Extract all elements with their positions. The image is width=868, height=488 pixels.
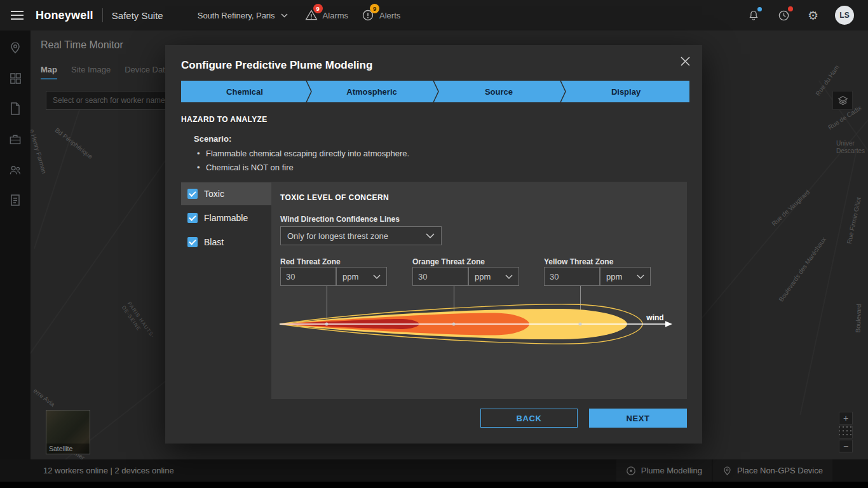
site-selector-label: South Refinery, Paris (198, 11, 275, 20)
site-selector[interactable]: South Refinery, Paris (198, 11, 288, 20)
topbar: Honeywell Safety Suite South Refinery, P… (0, 0, 868, 30)
wizard-steps: Chemical Atmospheric Source Display (181, 81, 689, 102)
chevron-down-icon (637, 274, 644, 279)
alert-circle-icon: 9 (361, 8, 375, 22)
red-zone-unit: ppm (342, 272, 358, 281)
toxic-checkbox[interactable] (187, 189, 198, 199)
plume-modeling-dialog: Configure Predictive Plume Modeling Chem… (165, 45, 702, 444)
step-atmospheric[interactable]: Atmospheric (308, 81, 435, 102)
topbar-right: ⚙ LS (747, 6, 854, 25)
hazard-label: Flammable (204, 213, 248, 223)
alarms-label: Alarms (323, 11, 348, 20)
plume-diagram: wind (271, 295, 687, 358)
back-button[interactable]: BACK (480, 409, 578, 428)
alerts-button[interactable]: 9 Alerts (361, 8, 400, 22)
step-source[interactable]: Source (435, 81, 562, 102)
yellow-zone-marker-dot (579, 323, 582, 326)
clock-alert-dot (788, 6, 793, 11)
notification-dot (757, 7, 762, 11)
alarms-count-badge: 9 (313, 4, 323, 13)
dialog-title: Configure Predictive Plume Modeling (181, 59, 372, 72)
red-zone-value-input[interactable] (280, 267, 336, 286)
toxic-level-panel: TOXIC LEVEL OF CONCERN Wind Direction Co… (271, 182, 687, 399)
yellow-zone-label: Yellow Threat Zone (544, 257, 613, 266)
orange-zone-value-input[interactable] (412, 267, 468, 286)
hazard-item-toxic[interactable]: Toxic (181, 182, 271, 205)
alarms-button[interactable]: 9 Alarms (304, 8, 348, 22)
orange-zone-unit-select[interactable]: ppm (468, 267, 519, 286)
avatar[interactable]: LS (835, 6, 854, 25)
wind-arrow-label: wind (646, 313, 663, 322)
scenario-label: Scenario: (194, 134, 231, 144)
close-icon[interactable] (677, 53, 693, 69)
chevron-down-icon (281, 13, 288, 18)
scenario-bullet: Flammable chemical escaping directly int… (196, 147, 409, 161)
flammable-checkbox[interactable] (187, 213, 198, 223)
hazard-section-header: HAZARD TO ANALYZE (181, 115, 268, 124)
hazard-item-flammable[interactable]: Flammable (181, 207, 271, 229)
yellow-zone-unit-select[interactable]: ppm (600, 267, 651, 286)
clock-icon[interactable] (777, 8, 791, 22)
wind-arrowhead (665, 321, 672, 327)
next-button[interactable]: NEXT (589, 409, 687, 428)
step-display[interactable]: Display (562, 81, 689, 102)
blast-checkbox[interactable] (187, 237, 198, 247)
step-separator (306, 81, 312, 102)
topbar-divider (102, 8, 103, 22)
yellow-zone-value-input[interactable] (544, 267, 600, 286)
step-chemical[interactable]: Chemical (181, 81, 308, 102)
app-root: Honeywell Safety Suite South Refinery, P… (0, 0, 868, 488)
chevron-down-icon (505, 274, 513, 279)
orange-zone-label: Orange Threat Zone (412, 257, 485, 266)
step-separator (433, 81, 439, 102)
hazard-type-list: Toxic Flammable Blast (181, 182, 271, 255)
yellow-zone-unit: ppm (606, 272, 622, 281)
wind-confidence-select[interactable]: Only for longest threst zone (280, 226, 442, 245)
chevron-down-icon (373, 274, 381, 279)
panel-header: TOXIC LEVEL OF CONCERN (280, 193, 389, 202)
honeywell-logo: Honeywell (36, 9, 93, 22)
hazard-label: Toxic (204, 189, 224, 199)
scenario-bullets: Flammable chemical escaping directly int… (196, 147, 409, 175)
orange-zone-marker-dot (452, 323, 456, 326)
wind-confidence-value: Only for longest threst zone (287, 231, 388, 241)
red-zone-label: Red Threat Zone (280, 257, 341, 266)
hazard-item-blast[interactable]: Blast (181, 231, 271, 254)
app-title: Safety Suite (112, 10, 163, 21)
step-separator (560, 81, 566, 102)
hazard-label: Blast (204, 237, 224, 247)
alerts-count-badge: 9 (370, 4, 379, 13)
notifications-bell-icon[interactable] (747, 8, 761, 22)
hamburger-menu-icon[interactable] (10, 10, 24, 21)
warning-triangle-icon: 9 (304, 8, 318, 22)
alerts-label: Alerts (379, 11, 400, 20)
red-zone-marker-dot (325, 323, 329, 326)
scenario-bullet: Chemical is NOT on fire (196, 161, 409, 175)
orange-zone-unit: ppm (475, 272, 491, 281)
red-zone-unit-select[interactable]: ppm (336, 267, 387, 286)
chevron-down-icon (426, 233, 435, 238)
gear-icon[interactable]: ⚙ (808, 10, 818, 22)
wind-confidence-label: Wind Direction Confidence Lines (280, 215, 400, 224)
